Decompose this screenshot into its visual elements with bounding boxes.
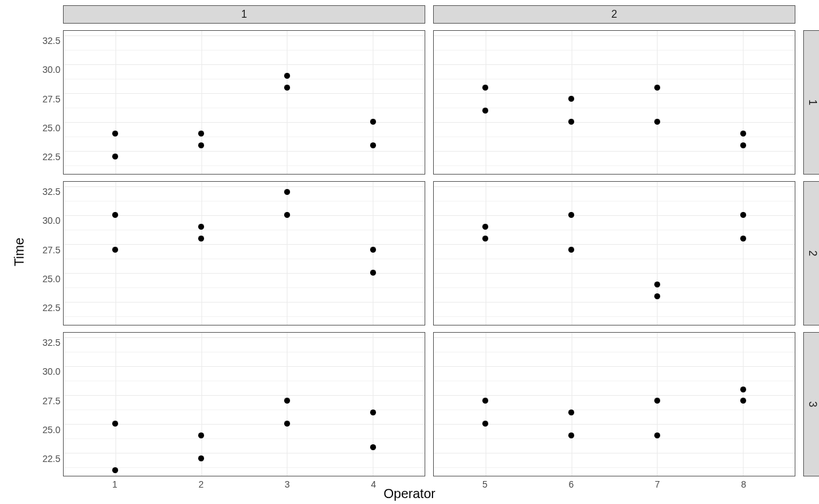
data-point bbox=[198, 224, 204, 230]
facet-panel-r1-c1 bbox=[63, 30, 425, 175]
facet-grid: 1 2 1 2 3 bbox=[63, 5, 819, 476]
x-tick-label: 6 bbox=[568, 479, 574, 490]
x-tick-label: 3 bbox=[285, 479, 290, 490]
facet-col-strip-1: 1 bbox=[63, 5, 425, 24]
data-point bbox=[284, 73, 290, 79]
data-point bbox=[112, 154, 118, 159]
data-point bbox=[740, 387, 746, 392]
data-point bbox=[198, 236, 204, 242]
facet-panel-r2-c2 bbox=[433, 181, 795, 326]
data-point bbox=[568, 119, 574, 125]
data-point bbox=[112, 421, 118, 427]
facet-row-strip-label: 2 bbox=[807, 251, 818, 257]
y-tick-label: 22.5 bbox=[43, 303, 60, 313]
facet-row-strip-1: 1 bbox=[803, 30, 819, 175]
y-ticks-row-1: 22.5 25.0 27.5 30.0 32.5 bbox=[0, 30, 60, 175]
data-point bbox=[370, 247, 376, 253]
facet-row-strip-2: 2 bbox=[803, 181, 819, 326]
x-ticks-col-2: 5 6 7 8 bbox=[433, 479, 795, 492]
y-tick-label: 27.5 bbox=[43, 94, 60, 104]
data-point bbox=[740, 212, 746, 218]
data-point bbox=[370, 410, 376, 415]
data-point bbox=[568, 247, 574, 253]
y-tick-label: 32.5 bbox=[43, 186, 60, 197]
data-point bbox=[284, 85, 290, 91]
data-point bbox=[654, 432, 660, 438]
data-point bbox=[112, 247, 118, 253]
facet-panel-r3-c1 bbox=[63, 332, 425, 476]
data-point bbox=[112, 212, 118, 218]
data-point bbox=[198, 432, 204, 438]
facet-col-strip-label: 2 bbox=[612, 9, 618, 20]
data-point bbox=[482, 108, 488, 114]
facet-panel-r3-c2 bbox=[433, 332, 795, 476]
data-point bbox=[284, 189, 290, 195]
data-point bbox=[370, 270, 376, 276]
data-point bbox=[370, 142, 376, 148]
facet-row-strip-label: 3 bbox=[807, 402, 818, 408]
facet-row-strip-label: 1 bbox=[807, 100, 818, 106]
y-tick-label: 27.5 bbox=[43, 245, 60, 255]
y-tick-label: 27.5 bbox=[43, 396, 60, 406]
facet-row-strip-3: 3 bbox=[803, 332, 819, 476]
y-tick-label: 25.0 bbox=[43, 425, 60, 435]
y-tick-label: 30.0 bbox=[43, 64, 60, 75]
y-tick-label: 25.0 bbox=[43, 274, 60, 284]
data-point bbox=[482, 224, 488, 230]
facet-panel-r2-c1 bbox=[63, 181, 425, 326]
data-point bbox=[654, 85, 660, 91]
data-point bbox=[482, 236, 488, 242]
data-point bbox=[654, 398, 660, 404]
data-point bbox=[482, 398, 488, 404]
y-ticks-row-2: 22.5 25.0 27.5 30.0 32.5 bbox=[0, 181, 60, 326]
data-point bbox=[568, 212, 574, 218]
data-point bbox=[740, 236, 746, 242]
data-point bbox=[654, 282, 660, 287]
x-tick-label: 8 bbox=[741, 479, 746, 490]
y-ticks-row-3: 22.5 25.0 27.5 30.0 32.5 bbox=[0, 332, 60, 476]
data-point bbox=[740, 398, 746, 404]
data-point bbox=[654, 293, 660, 299]
y-tick-label: 32.5 bbox=[43, 337, 60, 348]
y-tick-label: 25.0 bbox=[43, 123, 60, 133]
x-tick-label: 5 bbox=[482, 479, 488, 490]
x-tick-label: 1 bbox=[112, 479, 117, 490]
data-point bbox=[654, 119, 660, 125]
data-point bbox=[370, 119, 376, 125]
data-point bbox=[482, 85, 488, 91]
data-point bbox=[482, 421, 488, 427]
data-point bbox=[198, 455, 204, 461]
x-ticks-col-1: 1 2 3 4 bbox=[63, 479, 425, 492]
data-point bbox=[740, 142, 746, 148]
data-point bbox=[112, 131, 118, 136]
data-point bbox=[284, 398, 290, 404]
data-point bbox=[284, 421, 290, 427]
data-point bbox=[198, 142, 204, 148]
x-tick-label: 4 bbox=[371, 479, 376, 490]
x-tick-label: 7 bbox=[655, 479, 660, 490]
facet-col-strip-2: 2 bbox=[433, 5, 795, 24]
data-point bbox=[568, 96, 574, 102]
y-tick-label: 32.5 bbox=[43, 35, 60, 46]
y-tick-label: 22.5 bbox=[43, 152, 60, 162]
y-tick-label: 30.0 bbox=[43, 366, 60, 377]
data-point bbox=[740, 131, 746, 136]
x-tick-label: 2 bbox=[198, 479, 203, 490]
data-point bbox=[568, 432, 574, 438]
facet-panel-r1-c2 bbox=[433, 30, 795, 175]
chart-stage: Time Operator 22.5 25.0 27.5 30.0 32.5 2… bbox=[0, 0, 819, 504]
data-point bbox=[112, 467, 118, 473]
data-point bbox=[370, 444, 376, 450]
data-point bbox=[284, 212, 290, 218]
data-point bbox=[198, 131, 204, 136]
facet-col-strip-label: 1 bbox=[242, 9, 247, 20]
y-tick-label: 22.5 bbox=[43, 453, 60, 464]
y-tick-label: 30.0 bbox=[43, 215, 60, 226]
data-point bbox=[568, 410, 574, 415]
